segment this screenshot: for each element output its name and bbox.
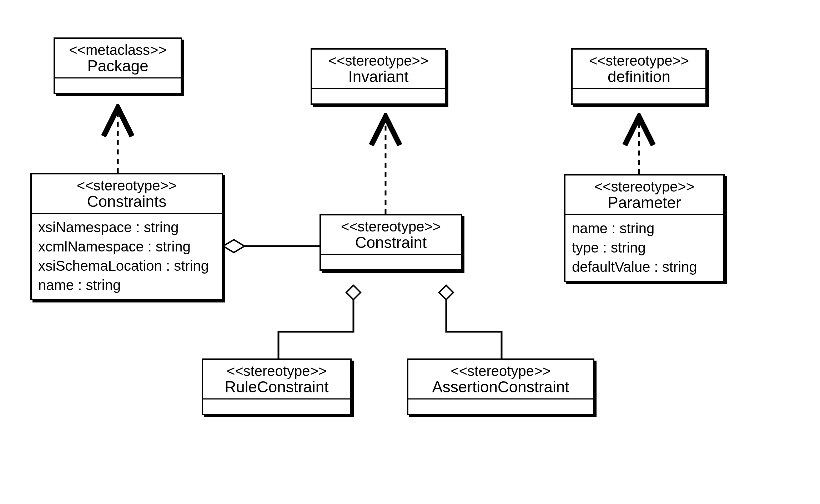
class-attribute: xsiSchemaLocation : string (38, 256, 215, 275)
class-name-label: Invariant (317, 68, 440, 85)
stereotype-label: <<stereotype>> (578, 53, 700, 68)
class-constraints: <<stereotype>> Constraints xsiNamespace … (30, 173, 223, 300)
stereotype-label: <<stereotype>> (413, 363, 588, 378)
class-body-empty (55, 78, 181, 93)
class-attribute: name : string (572, 219, 717, 238)
svg-marker-1 (223, 240, 245, 253)
class-body-empty (321, 255, 461, 269)
stereotype-label: <<stereotype>> (208, 363, 345, 378)
stereotype-label: <<stereotype>> (317, 53, 440, 68)
svg-marker-2 (346, 285, 361, 300)
class-body-empty (408, 399, 593, 414)
class-name-label: Package (60, 57, 176, 75)
class-name-label: Constraint (326, 234, 456, 251)
class-name-label: Constraints (37, 193, 217, 210)
stereotype-label: <<stereotype>> (326, 219, 456, 234)
class-attributes: name : string type : string defaultValue… (565, 215, 723, 281)
stereotype-label: <<stereotype>> (570, 179, 718, 194)
class-attribute: name : string (38, 275, 215, 295)
aggregation-constraints-has-constraint (223, 240, 320, 253)
stereotype-label: <<metaclass>> (60, 42, 176, 57)
uml-diagram: <<metaclass>> Package <<stereotype>> Inv… (0, 0, 820, 504)
class-name-label: definition (578, 68, 700, 85)
class-invariant: <<stereotype>> Invariant (311, 48, 446, 105)
class-body-empty (312, 89, 445, 103)
class-body-empty (203, 399, 350, 414)
stereotype-label: <<stereotype>> (37, 178, 217, 193)
class-parameter: <<stereotype>> Parameter name : string t… (564, 174, 725, 282)
class-attribute: xsiNamespace : string (38, 218, 215, 237)
class-package: <<metaclass>> Package (54, 37, 182, 94)
svg-marker-3 (439, 285, 453, 300)
class-attribute: type : string (572, 238, 717, 257)
aggregation-constraint-has-assertionconstraint (439, 285, 502, 358)
class-definition: <<stereotype>> definition (571, 48, 707, 105)
class-ruleconstraint: <<stereotype>> RuleConstraint (202, 358, 352, 415)
class-name-label: Parameter (570, 194, 718, 211)
class-assertionconstraint: <<stereotype>> AssertionConstraint (407, 358, 594, 415)
class-constraint: <<stereotype>> Constraint (320, 214, 462, 271)
class-attribute: xcmlNamespace : string (38, 237, 215, 256)
aggregation-constraint-has-ruleconstraint (278, 285, 361, 358)
class-name-label: AssertionConstraint (413, 378, 588, 396)
class-attribute: defaultValue : string (572, 257, 717, 276)
class-name-label: RuleConstraint (208, 378, 345, 396)
class-attributes: xsiNamespace : string xcmlNamespace : st… (32, 214, 222, 299)
class-body-empty (573, 89, 705, 103)
